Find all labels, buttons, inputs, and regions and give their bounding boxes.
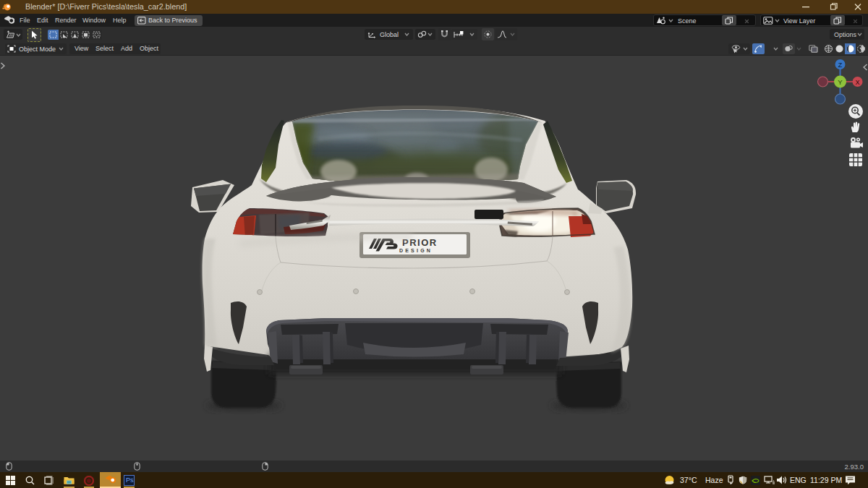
svg-text:X: X: [855, 79, 859, 86]
svg-text:DESIGN: DESIGN: [399, 248, 433, 253]
svg-text:Z: Z: [838, 61, 843, 69]
svg-text:Y: Y: [838, 78, 843, 86]
